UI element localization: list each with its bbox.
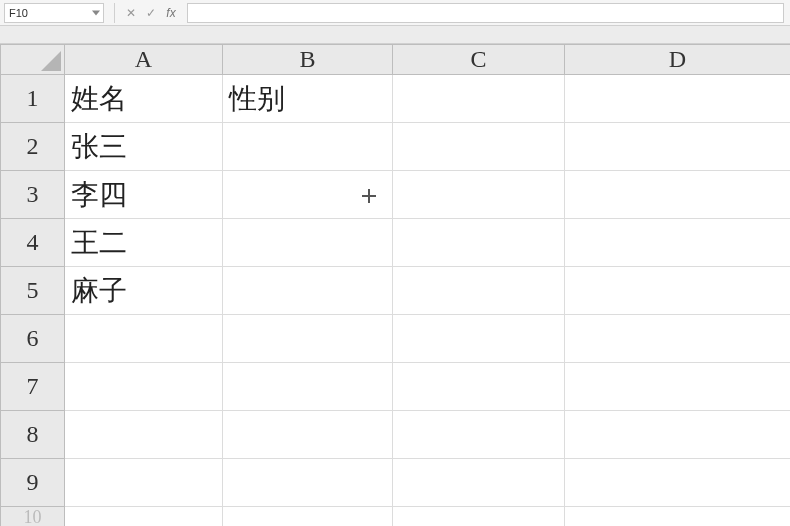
col-head-A[interactable]: A <box>65 45 223 75</box>
name-box-value: F10 <box>9 7 28 19</box>
cell-B8[interactable] <box>223 411 393 459</box>
cell-A10[interactable] <box>65 507 223 527</box>
cell-B3[interactable] <box>223 171 393 219</box>
col-head-D[interactable]: D <box>565 45 791 75</box>
cell-B4[interactable] <box>223 219 393 267</box>
row-head-6[interactable]: 6 <box>1 315 65 363</box>
row-head-9[interactable]: 9 <box>1 459 65 507</box>
cell-D3[interactable] <box>565 171 791 219</box>
cell-A7[interactable] <box>65 363 223 411</box>
cell-D6[interactable] <box>565 315 791 363</box>
separator <box>114 3 115 23</box>
cell-A9[interactable] <box>65 459 223 507</box>
name-box[interactable]: F10 <box>4 3 104 23</box>
cell-A5[interactable]: 麻子 <box>65 267 223 315</box>
cell-C3[interactable] <box>393 171 565 219</box>
row-head-1[interactable]: 1 <box>1 75 65 123</box>
row-head-7[interactable]: 7 <box>1 363 65 411</box>
cell-C9[interactable] <box>393 459 565 507</box>
cell-A8[interactable] <box>65 411 223 459</box>
cell-D1[interactable] <box>565 75 791 123</box>
chevron-down-icon[interactable] <box>92 10 100 15</box>
cell-C7[interactable] <box>393 363 565 411</box>
cell-D4[interactable] <box>565 219 791 267</box>
cell-C6[interactable] <box>393 315 565 363</box>
cell-B6[interactable] <box>223 315 393 363</box>
row-head-3[interactable]: 3 <box>1 171 65 219</box>
cell-B5[interactable] <box>223 267 393 315</box>
cell-B2[interactable] <box>223 123 393 171</box>
cell-C2[interactable] <box>393 123 565 171</box>
col-head-B[interactable]: B <box>223 45 393 75</box>
cell-D5[interactable] <box>565 267 791 315</box>
row-head-5[interactable]: 5 <box>1 267 65 315</box>
cell-D10[interactable] <box>565 507 791 527</box>
fx-icon[interactable]: fx <box>161 3 181 23</box>
formula-input[interactable] <box>187 3 784 23</box>
toolbar-strip <box>0 26 790 44</box>
cell-A2[interactable]: 张三 <box>65 123 223 171</box>
cell-A3[interactable]: 李四 <box>65 171 223 219</box>
cell-B7[interactable] <box>223 363 393 411</box>
cell-C10[interactable] <box>393 507 565 527</box>
row-head-8[interactable]: 8 <box>1 411 65 459</box>
confirm-icon[interactable]: ✓ <box>141 3 161 23</box>
cell-A4[interactable]: 王二 <box>65 219 223 267</box>
row-head-2[interactable]: 2 <box>1 123 65 171</box>
cell-B1[interactable]: 性别 <box>223 75 393 123</box>
grid-table: A B C D 1 姓名 性别 2 张三 3 <box>0 44 790 526</box>
cancel-icon[interactable]: ✕ <box>121 3 141 23</box>
col-head-C[interactable]: C <box>393 45 565 75</box>
row-head-4[interactable]: 4 <box>1 219 65 267</box>
cell-A6[interactable] <box>65 315 223 363</box>
cell-C5[interactable] <box>393 267 565 315</box>
formula-bar: F10 ✕ ✓ fx <box>0 0 790 26</box>
cell-A1[interactable]: 姓名 <box>65 75 223 123</box>
cell-B9[interactable] <box>223 459 393 507</box>
cell-D9[interactable] <box>565 459 791 507</box>
cell-C4[interactable] <box>393 219 565 267</box>
cell-C1[interactable] <box>393 75 565 123</box>
spreadsheet-grid[interactable]: A B C D 1 姓名 性别 2 张三 3 <box>0 44 790 526</box>
cell-C8[interactable] <box>393 411 565 459</box>
cell-D2[interactable] <box>565 123 791 171</box>
row-head-10[interactable]: 10 <box>1 507 65 527</box>
cell-B10[interactable] <box>223 507 393 527</box>
cell-D7[interactable] <box>565 363 791 411</box>
cell-D8[interactable] <box>565 411 791 459</box>
select-all-corner[interactable] <box>1 45 65 75</box>
